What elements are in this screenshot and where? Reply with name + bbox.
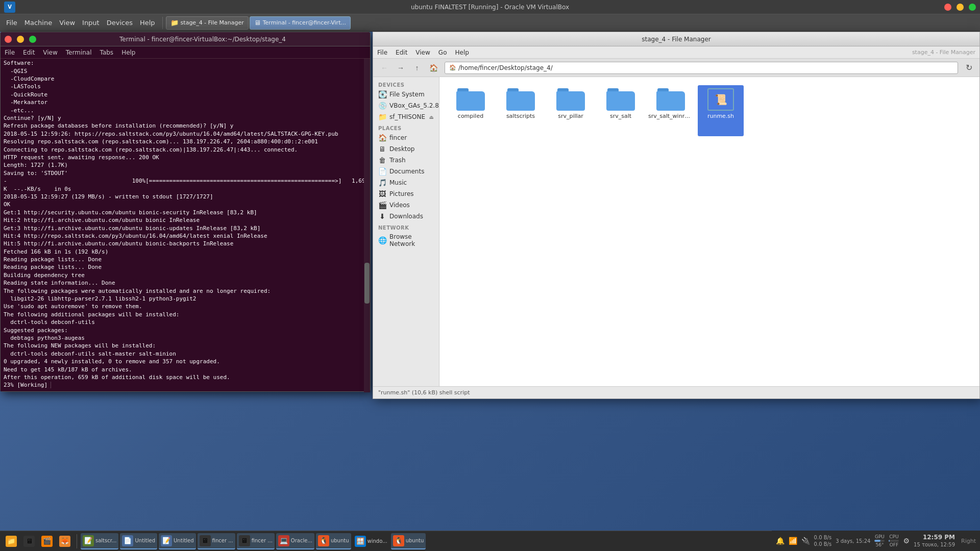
bt-ubuntu2[interactable]: 🐧 ubuntu <box>391 533 426 549</box>
fm-up-btn[interactable]: ↑ <box>410 61 424 74</box>
fm-item-saltscripts[interactable]: saltscripts <box>498 85 544 136</box>
tray-network[interactable]: 🔌 <box>801 537 810 545</box>
eject-icon-sf[interactable]: ⏏ <box>429 114 434 120</box>
fm-menu-file[interactable]: File <box>377 49 387 56</box>
windows-icon: 🪟 <box>355 536 366 547</box>
bt-terminal1[interactable]: 🖥 <box>21 533 37 549</box>
saltscripts-icon: 📝 <box>83 535 94 546</box>
terminal-line: Saving to: 'STDOUT' <box>4 169 367 177</box>
top-bar-controls <box>944 4 976 11</box>
system-clock: 12:59 PM 15 τoυκο, 12:59 <box>914 534 955 548</box>
bt-vlc[interactable]: 🎬 <box>39 533 55 549</box>
menu-file[interactable]: File <box>6 19 17 27</box>
fm-item-compiled[interactable]: compiled <box>448 85 494 136</box>
bt-files[interactable]: 📁 <box>3 533 19 549</box>
bt-fincer2[interactable]: 🖥 fincer ... <box>237 533 275 549</box>
tray-notification[interactable]: 🔔 <box>776 537 785 545</box>
sidebar-item-videos[interactable]: 🎬 Videos <box>373 199 439 211</box>
bt-saltscripts[interactable]: 📝 saltscr... <box>81 533 118 549</box>
fm-forward-btn[interactable]: → <box>394 61 408 74</box>
terminal-scrollbar[interactable] <box>364 59 370 392</box>
terminal-close-btn[interactable] <box>5 36 12 43</box>
sidebar-item-network[interactable]: 🌐 Browse Network <box>373 232 439 249</box>
sidebar-item-sf[interactable]: 📁 sf_THISONE ⏏ <box>373 111 439 122</box>
bt-untitled2-label: Untitled <box>174 538 194 543</box>
terminal-max-btn[interactable] <box>29 36 36 43</box>
documents-icon: 📄 <box>378 167 386 176</box>
term-menu-view[interactable]: View <box>43 49 57 56</box>
fm-path-bar[interactable]: 🏠 /home/fincer/Desktop/stage_4/ <box>445 62 958 74</box>
sidebar-item-fincer[interactable]: 🏠 fincer <box>373 132 439 143</box>
term-menu-terminal[interactable]: Terminal <box>66 49 92 56</box>
fm-item-srv_salt_winrepo[interactable]: srv_salt_winrepo <box>648 85 694 136</box>
terminal-scroll-thumb[interactable] <box>364 263 370 304</box>
terminal-line: Reading package lists... Done <box>4 263 367 271</box>
fm-window-title-right: stage_4 - File Manager <box>912 49 975 56</box>
menu-devices[interactable]: Devices <box>107 19 133 27</box>
bt-oracle[interactable]: 💻 Oracle... <box>276 533 314 549</box>
sidebar-item-filesystem[interactable]: 💽 File System <box>373 89 439 100</box>
fm-sidebar: DEVICES 💽 File System 💿 VBox_GAs_5.2.8 ⏏… <box>373 77 439 386</box>
menu-input[interactable]: Input <box>82 19 100 27</box>
sidebar-label-trash: Trash <box>389 157 406 164</box>
menu-separator <box>162 17 163 29</box>
menu-machine[interactable]: Machine <box>24 19 52 27</box>
terminal-line: 23% [Working]█ <box>4 381 367 389</box>
fm-status-text: "runme.sh" (10,6 kB) shell script <box>378 389 470 396</box>
sidebar-item-trash[interactable]: 🗑 Trash <box>373 155 439 166</box>
term-menu-help[interactable]: Help <box>121 49 135 56</box>
bottom-taskbar: 📁 🖥 🎬 🦊 📝 saltscr... 📄 Untitled 📝 Untitl… <box>0 531 980 551</box>
terminal-line: HTTP request sent, awaiting response... … <box>4 154 367 161</box>
term-menu-tabs[interactable]: Tabs <box>100 49 114 56</box>
desktop-icon: 🖥 <box>378 145 386 153</box>
fm-menu-edit[interactable]: Edit <box>396 49 407 56</box>
bt-fincer1[interactable]: 🖥 fincer ... <box>198 533 235 549</box>
term-menu-file[interactable]: File <box>5 49 15 56</box>
sidebar-item-pictures[interactable]: 🖼 Pictures <box>373 188 439 199</box>
term-menu-edit[interactable]: Edit <box>23 49 35 56</box>
pictures-icon: 🖼 <box>378 190 386 198</box>
sidebar-item-vbox[interactable]: 💿 VBox_GAs_5.2.8 ⏏ <box>373 100 439 111</box>
fm-item-label-saltscripts: saltscripts <box>506 113 535 119</box>
bt-firefox[interactable]: 🦊 <box>57 533 73 549</box>
fm-statusbar: "runme.sh" (10,6 kB) shell script <box>373 386 979 398</box>
fm-item-label-srv_salt: srv_salt <box>610 113 631 119</box>
sidebar-label-vbox: VBox_GAs_5.2.8 <box>389 102 439 109</box>
terminal-min-btn[interactable] <box>17 36 24 43</box>
terminal-line: -LASTools <box>4 83 367 90</box>
bt-windows[interactable]: 🪟 windo... <box>353 533 389 549</box>
sidebar-item-documents[interactable]: 📄 Documents <box>373 166 439 177</box>
fm-menu-help[interactable]: Help <box>455 49 469 56</box>
sidebar-item-music[interactable]: 🎵 Music <box>373 177 439 188</box>
bt-oracle-label: Oracle... <box>291 538 312 543</box>
sidebar-item-downloads[interactable]: ⬇ Downloads <box>373 211 439 222</box>
sidebar-item-desktop[interactable]: 🖥 Desktop <box>373 143 439 155</box>
terminal-line: Get:1 http://security.ubuntu.com/ubuntu … <box>4 209 367 216</box>
terminal-content[interactable]: Processing triggers for man-db (2.8.2-1)… <box>1 59 370 391</box>
close-btn[interactable] <box>944 4 951 11</box>
menu-view[interactable]: View <box>59 19 75 27</box>
fm-menu-go[interactable]: Go <box>438 49 447 56</box>
terminal-line: -etc... <box>4 107 367 114</box>
minimize-btn[interactable] <box>957 4 964 11</box>
cpu-label: CPU <box>889 534 898 539</box>
terminal-line: dctrl-tools debconf-utils <box>4 318 367 326</box>
taskbar-terminal[interactable]: 🖥 Terminal - fincer@fincer-Virt... <box>250 16 351 30</box>
tray-bluetooth[interactable]: 📶 <box>789 537 797 545</box>
cpu-indicator: CPU OFF <box>889 534 899 547</box>
maximize-btn[interactable] <box>969 4 976 11</box>
fm-home-btn[interactable]: 🏠 <box>426 61 440 74</box>
fm-item-srv_salt[interactable]: srv_salt <box>598 85 644 136</box>
sidebar-label-downloads: Downloads <box>389 213 423 220</box>
fm-item-srv_pillar[interactable]: srv_pillar <box>548 85 594 136</box>
fm-item-runme.sh[interactable]: 📜 runme.sh <box>698 85 744 136</box>
fm-menu-view[interactable]: View <box>415 49 430 56</box>
taskbar-filemgr[interactable]: 📁 stage_4 - File Manager <box>166 16 249 30</box>
fm-refresh-btn[interactable]: ↻ <box>962 61 975 74</box>
menu-help[interactable]: Help <box>140 19 155 27</box>
bt-ubuntu1[interactable]: 🐧 ubuntu <box>316 533 351 549</box>
fm-back-btn[interactable]: ← <box>377 61 391 74</box>
bt-untitled1[interactable]: 📄 Untitled <box>120 533 157 549</box>
bt-untitled2[interactable]: 📝 Untitled <box>159 533 196 549</box>
tray-settings[interactable]: ⚙ <box>903 537 910 545</box>
